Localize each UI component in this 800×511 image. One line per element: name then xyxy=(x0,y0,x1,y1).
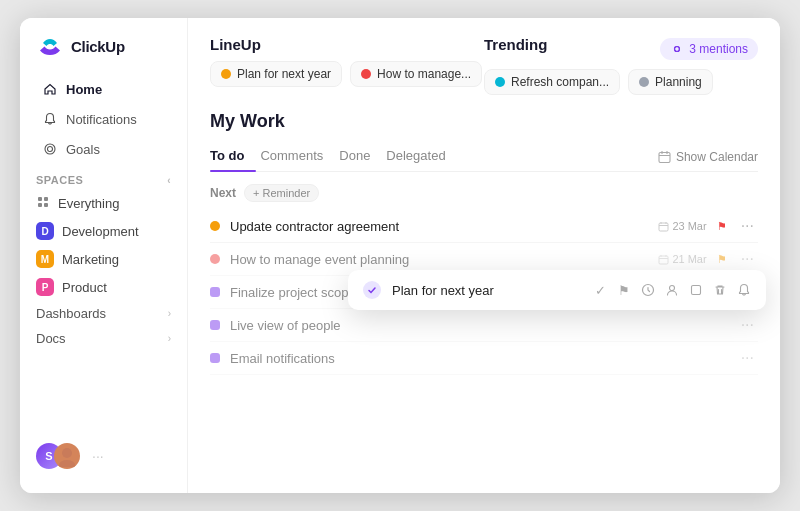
flag-icon-1: ⚑ xyxy=(715,219,729,233)
popup-flag-icon[interactable]: ⚑ xyxy=(616,282,632,298)
footer-ellipsis-icon: ··· xyxy=(92,448,104,464)
spaces-section-header: Spaces ‹ xyxy=(20,164,187,190)
trending-title: Trending xyxy=(484,36,547,53)
sidebar-item-development[interactable]: D Development xyxy=(20,217,187,245)
popup-check-icon[interactable]: ✓ xyxy=(592,282,608,298)
sidebar: ClickUp Home Notifications Goals Spaces … xyxy=(20,18,188,493)
popup-bell-icon[interactable] xyxy=(736,282,752,298)
mentions-badge[interactable]: 3 mentions xyxy=(660,38,758,60)
popup-task-icon xyxy=(362,280,382,300)
docs-label: Docs xyxy=(36,331,66,346)
dashboards-label: Dashboards xyxy=(36,306,106,321)
task-name-1: Update contractor agreement xyxy=(230,219,658,234)
svg-point-14 xyxy=(670,286,675,291)
trending-top-row: Trending 3 mentions xyxy=(484,36,758,61)
task-date-2: 21 Mar xyxy=(658,253,706,265)
trending-card-refresh-label: Refresh compan... xyxy=(511,75,609,89)
svg-point-7 xyxy=(59,460,75,467)
lineup-cards: Plan for next year How to manage... xyxy=(210,61,484,87)
trending-cards: Refresh compan... Planning xyxy=(484,69,758,95)
everything-icon xyxy=(36,195,50,212)
svg-rect-15 xyxy=(692,286,701,295)
at-icon xyxy=(670,42,684,56)
task-date-1: 23 Mar xyxy=(658,220,706,232)
svg-rect-9 xyxy=(659,153,670,163)
svg-rect-4 xyxy=(38,203,42,207)
trending-section: Trending 3 mentions Refresh compan... xyxy=(484,36,758,95)
my-work-title: My Work xyxy=(210,111,758,132)
svg-point-6 xyxy=(62,448,72,458)
more-button-5[interactable]: ··· xyxy=(737,349,758,367)
calendar-icon xyxy=(658,150,671,163)
svg-point-0 xyxy=(45,144,55,154)
reminder-button[interactable]: + Reminder xyxy=(244,184,319,202)
task-indicator-1 xyxy=(210,221,220,231)
svg-rect-10 xyxy=(659,223,668,231)
show-calendar-label: Show Calendar xyxy=(676,150,758,164)
sidebar-home-label: Home xyxy=(66,82,102,97)
task-row-4[interactable]: Live view of people ··· xyxy=(210,309,758,342)
space-everything-label: Everything xyxy=(58,196,119,211)
avatar-img xyxy=(54,443,80,469)
sidebar-item-notifications[interactable]: Notifications xyxy=(26,105,181,133)
next-text: Next xyxy=(210,186,236,200)
task-indicator-4 xyxy=(210,320,220,330)
sidebar-item-docs[interactable]: Docs › xyxy=(20,326,187,351)
task-name-4: Live view of people xyxy=(230,318,737,333)
tab-comments[interactable]: Comments xyxy=(260,142,335,171)
docs-chevron-icon: › xyxy=(168,333,171,344)
spaces-chevron-icon[interactable]: ‹ xyxy=(167,175,171,186)
tab-done[interactable]: Done xyxy=(339,142,382,171)
trending-card-refresh[interactable]: Refresh compan... xyxy=(484,69,620,95)
marketing-dot: M xyxy=(36,250,54,268)
popup-label: Plan for next year xyxy=(392,283,582,298)
planning-dot-icon xyxy=(639,77,649,87)
task-indicator-5 xyxy=(210,353,220,363)
lineup-section: LineUp Plan for next year How to manage.… xyxy=(210,36,484,95)
popup-person-icon[interactable] xyxy=(664,282,680,298)
refresh-dot-icon xyxy=(495,77,505,87)
task-name-5: Email notifications xyxy=(230,351,737,366)
space-development-label: Development xyxy=(62,224,139,239)
task-indicator-2 xyxy=(210,254,220,264)
sidebar-item-home[interactable]: Home xyxy=(26,75,181,103)
lineup-card-manage[interactable]: How to manage... xyxy=(350,61,482,87)
more-button-4[interactable]: ··· xyxy=(737,316,758,334)
popup-trash-icon[interactable] xyxy=(712,282,728,298)
lineup-card-plan[interactable]: Plan for next year xyxy=(210,61,342,87)
svg-rect-2 xyxy=(38,197,42,201)
svg-rect-5 xyxy=(44,203,48,207)
space-marketing-label: Marketing xyxy=(62,252,119,267)
top-row: LineUp Plan for next year How to manage.… xyxy=(210,36,758,95)
next-label: Next + Reminder xyxy=(210,184,758,202)
task-name-2: How to manage event planning xyxy=(230,252,658,267)
app-name: ClickUp xyxy=(71,38,125,55)
popup-box-icon[interactable] xyxy=(688,282,704,298)
more-button-1[interactable]: ··· xyxy=(737,217,758,235)
flag-icon-2: ⚑ xyxy=(715,252,729,266)
task-meta-2: 21 Mar ⚑ ··· xyxy=(658,250,758,268)
task-row[interactable]: Update contractor agreement 23 Mar ⚑ ··· xyxy=(210,210,758,243)
manage-dot-icon xyxy=(361,69,371,79)
task-row-5[interactable]: Email notifications ··· xyxy=(210,342,758,375)
popup-clock-icon[interactable] xyxy=(640,282,656,298)
svg-point-12 xyxy=(363,281,381,299)
svg-rect-3 xyxy=(44,197,48,201)
main-content: LineUp Plan for next year How to manage.… xyxy=(188,18,780,493)
sidebar-item-marketing[interactable]: M Marketing xyxy=(20,245,187,273)
sidebar-footer: S ··· xyxy=(20,433,187,479)
sidebar-item-dashboards[interactable]: Dashboards › xyxy=(20,301,187,326)
sidebar-item-product[interactable]: P Product xyxy=(20,273,187,301)
tab-delegated[interactable]: Delegated xyxy=(386,142,457,171)
more-button-2[interactable]: ··· xyxy=(737,250,758,268)
trending-card-planning[interactable]: Planning xyxy=(628,69,713,95)
development-dot: D xyxy=(36,222,54,240)
tabs-row: To do Comments Done Delegated Show Calen… xyxy=(210,142,758,172)
task-meta-5: ··· xyxy=(737,349,758,367)
show-calendar-button[interactable]: Show Calendar xyxy=(658,150,758,164)
sidebar-item-goals[interactable]: Goals xyxy=(26,135,181,163)
date-icon-1 xyxy=(658,221,669,232)
sidebar-item-everything[interactable]: Everything xyxy=(20,190,187,217)
tab-todo[interactable]: To do xyxy=(210,142,256,171)
space-product-label: Product xyxy=(62,280,107,295)
